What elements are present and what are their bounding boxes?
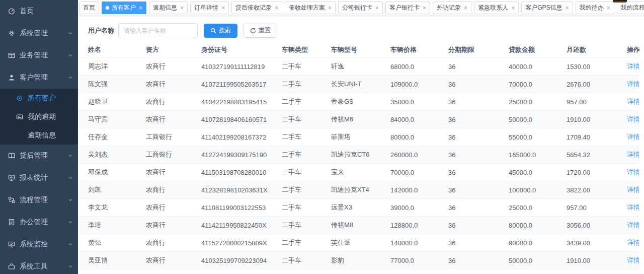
table-row: 陈文强农商行410721199505263517二手车长安UNI-T109000… <box>78 76 639 93</box>
sidebar-item-office[interactable]: 办公管理 <box>0 211 78 233</box>
table-cell: 2676.00 <box>556 76 617 93</box>
sidebar-item-customer[interactable]: 客户管理 <box>0 66 78 89</box>
action-cell: 详情 <box>617 252 639 269</box>
detail-link[interactable]: 详情 <box>627 186 639 193</box>
close-icon[interactable]: × <box>423 5 426 11</box>
tab-label: 客户GPS信息 <box>525 4 562 12</box>
chevron-down-icon <box>68 242 73 247</box>
sidebar-item-loan[interactable]: 贷后管理 <box>0 145 78 167</box>
table-cell <box>556 269 617 274</box>
sidebar-item-monitor[interactable]: 系统监控 <box>0 233 78 255</box>
tab-label: 逾期信息 <box>153 4 177 12</box>
column-header: 月还款 <box>556 45 617 58</box>
table-cell: 5854.32 <box>556 146 617 164</box>
tab-customer-gps[interactable]: 客户GPS信息× <box>521 2 573 14</box>
detail-link[interactable]: 详情 <box>627 115 639 123</box>
search-form: 用户名称 搜索 重置 <box>78 17 644 45</box>
tab-order-detail[interactable]: 订单详情× <box>190 2 229 14</box>
table-cell: 128800.0 <box>380 217 438 234</box>
close-icon[interactable]: × <box>464 5 467 11</box>
sidebar-item-system[interactable]: 系统管理 <box>0 22 78 44</box>
detail-link[interactable]: 详情 <box>627 239 639 246</box>
table-cell: 农商行 <box>136 93 191 111</box>
close-icon[interactable]: × <box>565 5 569 11</box>
user-icon <box>8 74 15 81</box>
table-cell: 957.00 <box>556 93 617 111</box>
table-cell: 50000.0 <box>499 111 556 128</box>
close-icon[interactable]: × <box>328 5 332 11</box>
sidebar-item-overdue-info[interactable]: 逾期信息 <box>0 126 78 145</box>
table-cell: 1910.00 <box>556 111 617 128</box>
table-cell: 36 <box>438 58 499 76</box>
tab-visit-records[interactable]: 外访记录× <box>433 2 471 14</box>
sidebar-item-home[interactable]: 首页 <box>0 0 78 22</box>
table-row: 任存金工商银行411402199208167372二手车菲斯塔80000.036… <box>78 128 639 146</box>
table-header-row: 姓名资方身份证号车辆类型车辆型号车辆价格分期期限贷款金额月还款操作 <box>78 45 639 58</box>
table-cell: 3056.00 <box>556 217 617 234</box>
action-cell: 详情 <box>617 181 639 199</box>
detail-link[interactable]: 详情 <box>627 168 639 176</box>
detail-link[interactable]: 详情 <box>627 256 639 264</box>
sidebar-item-tools[interactable]: 系统工具 <box>0 255 78 274</box>
table-cell: 36 <box>438 199 499 217</box>
close-icon[interactable]: × <box>275 5 278 11</box>
table-cell: 109000.0 <box>380 76 438 93</box>
detail-link[interactable]: 详情 <box>627 133 639 141</box>
close-icon[interactable]: × <box>221 5 225 11</box>
tab-company-bank-card[interactable]: 公司银行卡× <box>338 2 383 14</box>
dashboard-icon <box>8 8 15 15</box>
reset-button[interactable]: 重置 <box>244 24 277 38</box>
close-icon[interactable]: × <box>511 5 515 11</box>
tab-label: 首页 <box>83 4 95 12</box>
table-cell <box>499 269 556 274</box>
search-button[interactable]: 搜索 <box>204 24 237 38</box>
tab-collection-records[interactable]: 贷后催收记录× <box>231 2 282 14</box>
table-cell: 凯迪拉克CT6 <box>321 146 380 164</box>
book-icon <box>8 152 15 159</box>
table-cell: 工商银行 <box>136 128 191 146</box>
close-icon[interactable]: × <box>180 5 184 11</box>
sidebar-item-process[interactable]: 流程管理 <box>0 189 78 211</box>
table-cell: 二手车 <box>272 128 321 146</box>
table-cell: 84000.0 <box>380 111 438 128</box>
detail-link[interactable]: 详情 <box>627 221 639 229</box>
table-cell: 马守宾 <box>78 111 136 128</box>
tab-collection-plan[interactable]: 催收处理方案× <box>285 2 336 14</box>
tab-label: 公司银行卡 <box>342 4 372 12</box>
table-cell: 传祺M8 <box>321 217 380 234</box>
detail-link[interactable]: 详情 <box>627 62 639 70</box>
toolbox-icon <box>8 263 15 270</box>
sidebar-item-label: 首页 <box>20 7 73 16</box>
action-cell: 详情 <box>617 58 639 76</box>
search-input[interactable] <box>118 23 198 38</box>
close-icon[interactable]: × <box>375 5 379 11</box>
action-cell: 详情 <box>617 93 639 111</box>
detail-link[interactable]: 详情 <box>627 98 639 105</box>
close-icon[interactable]: × <box>607 5 610 11</box>
table-cell: 70000.0 <box>380 164 438 181</box>
table-cell: 二手车 <box>272 181 321 199</box>
tab-all-customers[interactable]: 所有客户× <box>102 2 146 14</box>
table-row: 李培农商行41142119950822450X二手车传祺M8128800.036… <box>78 217 639 234</box>
table-cell: 1720.00 <box>556 164 617 181</box>
table-cell: 3822.00 <box>556 181 617 199</box>
tab-home[interactable]: 首页 <box>79 2 99 14</box>
tab-overdue-info[interactable]: 逾期信息× <box>149 2 188 14</box>
table-cell: 刘凯 <box>78 181 136 199</box>
tab-my-todo[interactable]: 我的待办× <box>576 2 614 14</box>
sidebar-item-my-overdue[interactable]: 我的逾期 <box>0 107 78 126</box>
table-cell: 二手车 <box>272 76 321 93</box>
detail-link[interactable]: 详情 <box>627 151 639 158</box>
table-cell: 260000.0 <box>380 146 438 164</box>
chevron-down-icon <box>68 264 73 269</box>
tab-emergency-contacts[interactable]: 紧急联系人× <box>474 2 519 14</box>
sidebar-item-all-customers[interactable]: 所有客户 <box>0 89 78 107</box>
tab-my-process[interactable]: 我的流程× <box>617 2 644 14</box>
detail-link[interactable]: 详情 <box>627 80 639 88</box>
detail-link[interactable]: 详情 <box>627 203 639 211</box>
close-icon[interactable]: × <box>139 5 142 11</box>
sidebar-item-business[interactable]: 业务管理 <box>0 44 78 66</box>
sidebar-item-report[interactable]: 报表统计 <box>0 167 78 189</box>
column-header: 资方 <box>136 45 191 58</box>
tab-customer-bank-card[interactable]: 客户银行卡× <box>385 2 430 14</box>
